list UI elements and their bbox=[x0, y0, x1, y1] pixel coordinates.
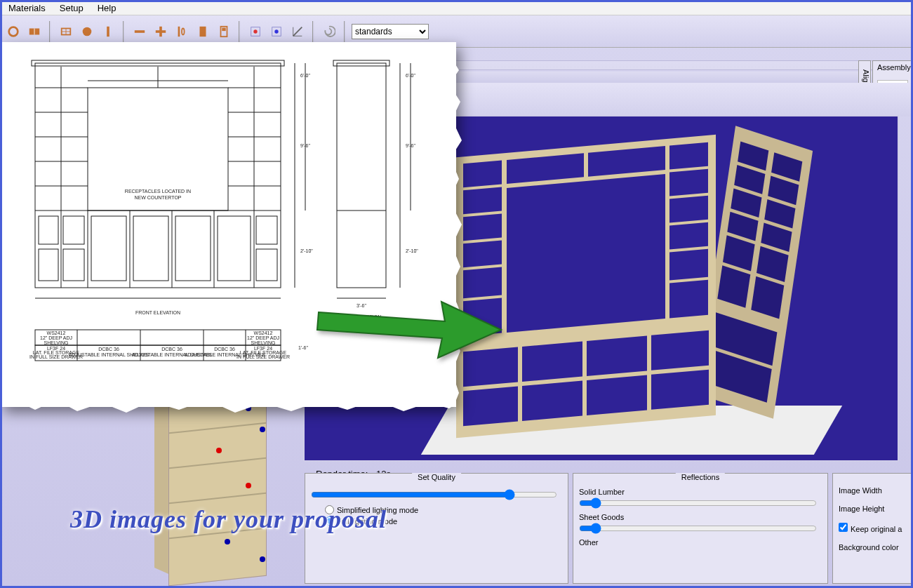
svg-text:2'-10": 2'-10" bbox=[300, 248, 313, 253]
tool-flat-icon[interactable] bbox=[131, 22, 149, 41]
svg-point-6 bbox=[83, 27, 92, 36]
svg-text:RECEPTACLES LOCATED IN: RECEPTACLES LOCATED IN bbox=[125, 189, 191, 194]
svg-rect-55 bbox=[256, 216, 277, 244]
svg-point-12 bbox=[182, 28, 185, 34]
solid-lumber-slider[interactable] bbox=[579, 497, 817, 509]
mini-3d-preview[interactable] bbox=[140, 399, 288, 588]
tool-snap1-icon[interactable] bbox=[246, 22, 265, 41]
svg-text:WS2412: WS2412 bbox=[254, 330, 273, 335]
quality-legend: Set Quality bbox=[412, 473, 461, 481]
other-label: Other bbox=[579, 538, 822, 547]
tool-ring-icon[interactable] bbox=[4, 22, 22, 41]
toolbar-sep bbox=[344, 21, 346, 42]
bgcolor-label: Background color bbox=[839, 543, 913, 552]
svg-text:2'-10": 2'-10" bbox=[406, 248, 418, 253]
svg-text:DCBC 36: DCBC 36 bbox=[161, 347, 182, 352]
handle-icon[interactable] bbox=[260, 427, 265, 432]
toolbar-sep bbox=[49, 21, 51, 42]
bottom-panels: Set Quality Simplified lighting mode Ful… bbox=[300, 469, 913, 588]
image-height-label: Image Height bbox=[839, 505, 913, 513]
svg-text:12" DEEP ADJ: 12" DEEP ADJ bbox=[247, 335, 279, 340]
image-panel: Image Width Image Height Keep original a… bbox=[832, 473, 913, 584]
tool-door-icon[interactable] bbox=[194, 22, 212, 41]
torn-edge-bottom-icon bbox=[0, 394, 456, 420]
toolbar-sep bbox=[312, 21, 314, 42]
tool-door2-icon[interactable] bbox=[215, 22, 233, 41]
tool-spiral-icon[interactable] bbox=[320, 22, 338, 41]
menu-help[interactable]: Help bbox=[93, 1, 121, 13]
assembly-label: Assembly bbox=[877, 63, 908, 72]
menu-setup[interactable]: Setup bbox=[55, 1, 88, 13]
solid-lumber-label: Solid Lumber bbox=[579, 488, 822, 496]
reflections-legend: Reflections bbox=[676, 473, 725, 481]
svg-point-17 bbox=[253, 29, 257, 33]
svg-rect-13 bbox=[200, 26, 206, 36]
quality-slider[interactable] bbox=[311, 489, 557, 500]
svg-rect-7 bbox=[107, 26, 109, 36]
svg-rect-52 bbox=[133, 216, 168, 281]
svg-point-19 bbox=[274, 29, 278, 33]
svg-text:12" DEEP ADJ: 12" DEEP ADJ bbox=[40, 335, 72, 340]
svg-text:ADJUSTABLE INTERNAL SHELVES: ADJUSTABLE INTERNAL SHELVES bbox=[185, 352, 265, 357]
svg-text:6'-0": 6'-0" bbox=[406, 73, 415, 78]
svg-text:DCBC 36: DCBC 36 bbox=[98, 347, 119, 352]
toolbar-sep bbox=[123, 21, 125, 42]
keep-aspect-label: Keep original a bbox=[851, 525, 902, 533]
svg-text:6'-0": 6'-0" bbox=[300, 73, 310, 78]
svg-text:WS2412: WS2412 bbox=[47, 330, 66, 335]
svg-point-0 bbox=[9, 27, 18, 36]
image-width-label: Image Width bbox=[839, 486, 913, 495]
svg-text:NEW COUNTERTOP: NEW COUNTERTOP bbox=[134, 195, 181, 200]
svg-rect-53 bbox=[175, 216, 211, 281]
svg-rect-23 bbox=[35, 63, 281, 288]
sheet-goods-slider[interactable] bbox=[579, 523, 817, 534]
svg-rect-54 bbox=[218, 216, 251, 281]
svg-rect-47 bbox=[39, 216, 58, 244]
tool-panel-icon[interactable] bbox=[25, 22, 44, 41]
svg-text:SHELVING: SHELVING bbox=[251, 340, 276, 345]
rendered-bookcase bbox=[456, 146, 807, 448]
tool-handle-icon[interactable] bbox=[173, 22, 191, 41]
tool-snap2-icon[interactable] bbox=[267, 22, 286, 41]
svg-rect-56 bbox=[256, 249, 277, 281]
keep-aspect-checkbox[interactable] bbox=[839, 523, 848, 532]
handle-icon[interactable] bbox=[260, 556, 265, 562]
svg-text:SHELVING: SHELVING bbox=[44, 340, 69, 345]
green-arrow-icon bbox=[312, 288, 508, 365]
svg-rect-48 bbox=[63, 216, 84, 244]
reflections-panel: Reflections Solid Lumber Sheet Goods Oth… bbox=[573, 473, 828, 584]
sheet-goods-label: Sheet Goods bbox=[579, 513, 822, 521]
tool-disc-icon[interactable] bbox=[78, 22, 96, 41]
promo-text: 3D images for your proposal bbox=[70, 505, 387, 534]
svg-rect-50 bbox=[63, 249, 84, 281]
handle-icon[interactable] bbox=[225, 539, 230, 544]
tool-measure-icon[interactable] bbox=[288, 22, 307, 41]
menu-materials[interactable]: Materials bbox=[4, 1, 50, 13]
svg-rect-51 bbox=[91, 216, 126, 281]
tool-plus-icon[interactable] bbox=[152, 22, 170, 41]
handle-icon[interactable] bbox=[216, 448, 222, 453]
svg-rect-8 bbox=[135, 30, 145, 33]
tool-grid-icon[interactable] bbox=[57, 22, 75, 41]
svg-rect-10 bbox=[159, 26, 162, 36]
mini-face bbox=[168, 394, 267, 587]
svg-text:FRONT ELEVATION: FRONT ELEVATION bbox=[135, 310, 180, 315]
toolbar-sep bbox=[239, 21, 241, 42]
menubar: Materials Setup Help bbox=[0, 0, 913, 15]
standards-select[interactable]: standards bbox=[352, 24, 429, 39]
bookcase-front bbox=[456, 135, 716, 438]
svg-text:9'-6": 9'-6" bbox=[300, 143, 310, 148]
svg-rect-49 bbox=[39, 249, 58, 281]
svg-rect-15 bbox=[222, 27, 225, 31]
tool-bar-icon[interactable] bbox=[99, 22, 117, 41]
svg-text:9'-6": 9'-6" bbox=[406, 143, 415, 148]
svg-line-20 bbox=[293, 27, 302, 36]
svg-rect-66 bbox=[337, 63, 386, 288]
svg-rect-11 bbox=[178, 26, 180, 36]
svg-text:DCBC 36: DCBC 36 bbox=[214, 347, 235, 352]
handle-icon[interactable] bbox=[246, 483, 251, 488]
svg-text:1'-6": 1'-6" bbox=[298, 345, 308, 350]
